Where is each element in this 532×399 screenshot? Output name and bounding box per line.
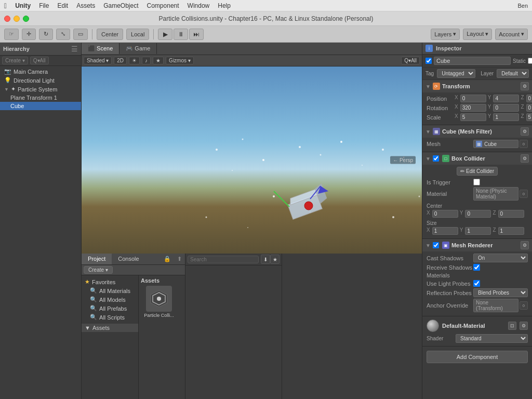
- collapse-icon[interactable]: ⬆: [174, 254, 185, 264]
- pause-button[interactable]: ⏸: [174, 29, 188, 40]
- hierarchy-item-main-camera[interactable]: 📷 Main Camera: [0, 67, 81, 76]
- scale-z-field[interactable]: [526, 113, 533, 121]
- center-y-field[interactable]: [465, 210, 491, 218]
- tab-scene[interactable]: ⬛ Scene: [82, 43, 119, 54]
- viewport-area[interactable]: ← Persp: [82, 66, 422, 254]
- hierarchy-lock-icon[interactable]: ☰: [71, 45, 78, 53]
- tab-game[interactable]: 🎮 Game: [119, 43, 157, 54]
- scale-y-field[interactable]: [493, 113, 519, 121]
- filter-button[interactable]: ⬇: [261, 255, 270, 264]
- menu-component[interactable]: Component: [147, 2, 179, 9]
- box-collider-enable-checkbox[interactable]: [433, 155, 439, 162]
- size-z-field[interactable]: [498, 227, 524, 235]
- box-collider-settings-icon[interactable]: ⚙: [521, 154, 529, 163]
- material-ref-button[interactable]: ⊡: [508, 322, 516, 330]
- edit-collider-button[interactable]: ✏ Edit Collider: [457, 167, 498, 176]
- tab-project[interactable]: Project: [82, 254, 112, 264]
- local-button[interactable]: Local: [126, 29, 149, 40]
- hierarchy-item-directional-light[interactable]: 💡 Directional Light: [0, 76, 81, 85]
- transform-settings-icon[interactable]: ⚙: [521, 82, 529, 90]
- mesh-value[interactable]: ▦ Cube: [473, 140, 518, 148]
- minimize-button[interactable]: [14, 16, 20, 22]
- create-assets-button[interactable]: Create ▾: [84, 266, 113, 274]
- step-button[interactable]: ⏭: [189, 29, 204, 40]
- sidebar-all-scripts[interactable]: 🔍 All Scripts: [82, 313, 138, 322]
- static-checkbox[interactable]: [528, 58, 532, 64]
- mesh-renderer-header[interactable]: ▼ ▣ Mesh Renderer ⚙: [422, 239, 532, 251]
- sidebar-all-materials[interactable]: 🔍 All Materials: [82, 286, 138, 295]
- center-z-field[interactable]: [498, 210, 524, 218]
- sidebar-assets[interactable]: ▼ Assets: [82, 324, 138, 332]
- close-button[interactable]: [4, 16, 10, 22]
- tab-console[interactable]: Console: [112, 254, 145, 264]
- mesh-pick-button[interactable]: ○: [520, 140, 528, 148]
- anchor-override-value[interactable]: None (Transform): [473, 299, 518, 312]
- account-dropdown[interactable]: Account ▾: [495, 29, 528, 40]
- hierarchy-item-particle-system[interactable]: ▼ ✦ Particle System: [0, 85, 81, 94]
- sidebar-all-prefabs[interactable]: 🔍 All Prefabs: [82, 304, 138, 313]
- hand-tool[interactable]: ☞: [4, 29, 19, 40]
- search-input[interactable]: [188, 256, 259, 263]
- pos-z-field[interactable]: [526, 95, 533, 102]
- object-name-field[interactable]: [434, 57, 511, 65]
- sidebar-all-models[interactable]: 🔍 All Models: [82, 295, 138, 304]
- material-value[interactable]: None (Physic Material): [473, 187, 518, 201]
- box-collider-header[interactable]: ▼ □ Box Collider ⚙: [422, 152, 532, 165]
- light-toggle[interactable]: ☀: [129, 57, 140, 64]
- rot-x-field[interactable]: [460, 104, 486, 112]
- menu-file[interactable]: File: [39, 2, 49, 9]
- add-component-button[interactable]: Add Component: [427, 351, 528, 363]
- hierarchy-search[interactable]: Q▾All: [30, 57, 49, 64]
- tag-dropdown[interactable]: Untagged: [437, 69, 475, 78]
- anchor-override-pick-button[interactable]: ○: [520, 301, 528, 310]
- shader-dropdown[interactable]: Standard: [456, 334, 528, 343]
- menu-gameobject[interactable]: GameObject: [103, 2, 138, 9]
- audio-toggle[interactable]: ♪: [142, 57, 151, 64]
- gizmos-dropdown[interactable]: Gizmos ▾: [166, 57, 194, 64]
- scene-viewport[interactable]: ← Persp: [82, 66, 422, 254]
- fullscreen-button[interactable]: [23, 16, 29, 22]
- mesh-filter-header[interactable]: ▼ ▦ Cube (Mesh Filter) ⚙: [422, 125, 532, 138]
- 2d-button[interactable]: 2D: [114, 57, 127, 64]
- material-pick-button[interactable]: ○: [520, 190, 528, 198]
- pos-y-field[interactable]: [493, 95, 519, 102]
- object-active-checkbox[interactable]: [425, 58, 432, 64]
- menu-assets[interactable]: Assets: [76, 2, 95, 9]
- move-tool[interactable]: ✛: [22, 29, 36, 40]
- rot-y-field[interactable]: [493, 104, 519, 112]
- receive-shadows-checkbox[interactable]: [473, 264, 480, 271]
- menu-window[interactable]: Window: [188, 2, 210, 9]
- lock-icon[interactable]: 🔒: [161, 254, 174, 264]
- scale-tool[interactable]: ⤡: [56, 29, 70, 40]
- favorite-filter-button[interactable]: ★: [270, 255, 280, 264]
- material-settings-icon[interactable]: ⚙: [520, 322, 528, 330]
- layer-dropdown[interactable]: Default: [497, 69, 529, 78]
- mesh-filter-settings-icon[interactable]: ⚙: [521, 127, 529, 136]
- layers-dropdown[interactable]: Layers ▾: [431, 29, 460, 40]
- size-x-field[interactable]: [432, 227, 458, 235]
- asset-particle-collision[interactable]: Particle Colli...: [141, 286, 177, 318]
- rotate-tool[interactable]: ↻: [39, 29, 53, 40]
- transform-header[interactable]: ▼ ⟳ Transform ⚙: [422, 80, 532, 92]
- center-button[interactable]: Center: [97, 29, 123, 40]
- menu-edit[interactable]: Edit: [57, 2, 68, 9]
- scale-x-field[interactable]: [460, 113, 486, 121]
- cast-shadows-dropdown[interactable]: On: [473, 254, 528, 262]
- hierarchy-item-cube[interactable]: Cube: [0, 102, 81, 110]
- search-scene[interactable]: Q▾All: [401, 57, 420, 64]
- mesh-renderer-enable-checkbox[interactable]: [433, 242, 439, 248]
- size-y-field[interactable]: [465, 227, 491, 235]
- reflection-probes-dropdown[interactable]: Blend Probes: [473, 288, 528, 297]
- sidebar-favorites[interactable]: ★ Favorites: [82, 277, 138, 286]
- menu-help[interactable]: Help: [218, 2, 231, 9]
- apple-menu[interactable]: : [4, 2, 7, 10]
- play-button[interactable]: ▶: [158, 29, 172, 40]
- center-x-field[interactable]: [432, 210, 458, 218]
- fx-toggle[interactable]: ★: [153, 57, 164, 64]
- pos-x-field[interactable]: [460, 95, 486, 102]
- use-light-probes-checkbox[interactable]: [473, 280, 480, 287]
- is-trigger-checkbox[interactable]: [473, 179, 480, 185]
- menu-unity[interactable]: Unity: [15, 2, 31, 9]
- mesh-renderer-settings-icon[interactable]: ⚙: [521, 241, 529, 249]
- rect-tool[interactable]: ▭: [73, 29, 88, 40]
